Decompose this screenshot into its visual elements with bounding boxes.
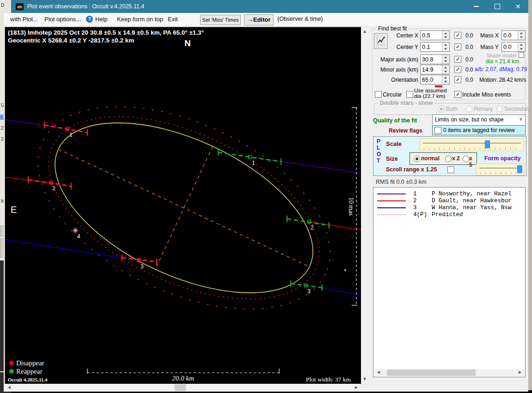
- close-button[interactable]: ✕: [508, 0, 528, 13]
- list-scroll-thumb[interactable]: [387, 369, 476, 376]
- scale-slider-ticks: [424, 148, 520, 150]
- scroll-thumb[interactable]: [175, 384, 186, 391]
- mass-x-input[interactable]: [502, 31, 519, 40]
- menu-plot-options[interactable]: Plot options...: [44, 16, 81, 23]
- observer-row[interactable]: 2 D Gault, near Hawkesbur: [373, 197, 525, 204]
- menubar: with Plot... Plot options... ? Help Keep…: [4, 13, 528, 27]
- plot-horizontal-scrollbar[interactable]: ◄ ►: [5, 384, 361, 392]
- menu-help[interactable]: Help: [95, 16, 108, 23]
- disappear-dot-icon: [9, 361, 14, 365]
- major-axis-label: Major axis (km): [378, 56, 418, 63]
- reappear-event-1[interactable]: [218, 149, 281, 165]
- observer-row[interactable]: 3 W Hanna, near Yass, Nsw: [373, 204, 525, 211]
- editor-button[interactable]: →Editor: [244, 14, 274, 25]
- double-stars-label: Double stars - show: [378, 100, 434, 106]
- center-x-input[interactable]: [421, 31, 443, 40]
- mass-x-label: Mass X: [477, 32, 499, 39]
- double-secondary-radio[interactable]: [496, 106, 503, 112]
- major-axis-input[interactable]: [421, 55, 443, 64]
- center-x-spinner[interactable]: [442, 31, 449, 40]
- scroll-range-checkbox[interactable]: [447, 166, 454, 173]
- center-y-checkbox[interactable]: ✓: [454, 43, 461, 50]
- observer-list[interactable]: 1 P Nosworthy, near Hazel 2 D Gault, nea…: [373, 187, 526, 377]
- titlebar[interactable]: Plot event observations : Occult v.4.202…: [11, 0, 528, 13]
- minimize-button[interactable]: [466, 0, 487, 13]
- version-credit: Occult 4.2025.11.4: [8, 377, 48, 382]
- size-normal-radio[interactable]: [414, 156, 420, 162]
- disappear-event-1[interactable]: [44, 122, 87, 136]
- shape-model-checkbox[interactable]: [519, 52, 524, 58]
- size-x5-radio[interactable]: [463, 156, 469, 162]
- disappear-event-2[interactable]: [28, 176, 71, 189]
- quality-dropdown[interactable]: Limits on size, but no shape ∨: [432, 115, 526, 126]
- scroll-range-label: Scroll range x 1.25: [386, 166, 437, 173]
- observer-name: W Hanna, near Yass, Nsw: [432, 205, 512, 211]
- use-assumed-checkbox[interactable]: [406, 91, 413, 98]
- mass-y-input[interactable]: [502, 42, 519, 51]
- menu-keep-on-top[interactable]: Keep form on top: [117, 16, 163, 23]
- plot-canvas[interactable]: (1813) Imhotep 2025 Oct 20 30.8 ±0.5 x 1…: [5, 27, 362, 384]
- orientation-input[interactable]: [421, 75, 443, 84]
- center-x-checkbox[interactable]: ✓: [454, 32, 461, 39]
- event-label: 2: [311, 224, 314, 231]
- form-opacity-slider[interactable]: [476, 163, 524, 175]
- include-miss-checkbox[interactable]: ✓: [454, 91, 461, 98]
- size-x2-radio[interactable]: [445, 156, 452, 162]
- shape-model-label: Shape model: [481, 53, 516, 58]
- mass-y-spinbox[interactable]: [501, 42, 526, 52]
- scale-slider-thumb[interactable]: [485, 140, 490, 148]
- mass-y-label: Mass Y: [477, 44, 499, 50]
- mass-x-spinner[interactable]: [518, 31, 525, 40]
- menu-exit[interactable]: Exit: [168, 16, 178, 23]
- diameter-readout: dia = 21.4 km: [481, 58, 524, 65]
- minor-axis-input[interactable]: [421, 65, 443, 74]
- use-assumed-line1: Use assumed: [414, 88, 446, 93]
- minor-axis-checkbox[interactable]: ✓: [454, 66, 461, 73]
- help-icon[interactable]: ?: [86, 16, 93, 23]
- observer-list-scrollbar[interactable]: ◄ ►: [374, 369, 525, 376]
- major-axis-line: [58, 149, 309, 266]
- center-y-input[interactable]: [421, 42, 443, 51]
- menu-with-plot[interactable]: with Plot...: [10, 16, 38, 23]
- orientation-spinbox[interactable]: [420, 75, 450, 85]
- list-scroll-right-arrow[interactable]: ►: [516, 369, 524, 376]
- major-axis-spinbox[interactable]: [420, 54, 450, 64]
- size-x2-label: x 2: [452, 155, 460, 162]
- review-flags-checkbox[interactable]: [434, 127, 441, 134]
- major-axis-spinner[interactable]: [442, 55, 449, 64]
- double-secondary-label: Secondary: [504, 106, 531, 112]
- form-opacity-ticks: [480, 172, 520, 174]
- scroll-up-arrow[interactable]: ▲: [361, 28, 368, 35]
- center-x-spinbox[interactable]: [420, 30, 450, 40]
- scroll-left-arrow[interactable]: ◄: [6, 384, 13, 391]
- minor-axis-label: Minor axis (km): [378, 67, 418, 73]
- minor-axis-line: [155, 146, 213, 269]
- scroll-down-arrow[interactable]: ▼: [361, 375, 368, 383]
- observer-time-label: {Observer & time}: [277, 16, 323, 22]
- observer-name: D Gault, near Hawkesbur: [432, 198, 512, 204]
- observer-row[interactable]: 1 P Nosworthy, near Hazel: [373, 190, 525, 197]
- orientation-checkbox[interactable]: ✓: [454, 76, 461, 83]
- observer-row[interactable]: 4(P) Predicted: [373, 211, 525, 218]
- event-label: 3: [141, 263, 144, 270]
- mass-y-spinner[interactable]: [518, 42, 525, 51]
- mass-x-spinbox[interactable]: [501, 30, 526, 40]
- orientation-spinner[interactable]: [442, 75, 449, 84]
- maximize-button[interactable]: [487, 0, 508, 13]
- reappear-event-2[interactable]: [287, 216, 329, 229]
- minor-axis-spinbox[interactable]: [420, 65, 450, 74]
- scale-slider[interactable]: [420, 139, 524, 151]
- major-axis-checkbox[interactable]: ✓: [454, 56, 461, 63]
- minor-axis-spinner[interactable]: [442, 65, 449, 74]
- double-both-radio[interactable]: [438, 106, 445, 112]
- set-miss-times-button[interactable]: Set 'Miss' Times: [200, 15, 241, 25]
- window-title: Plot event observations : Occult v.4.202…: [27, 3, 144, 10]
- list-scroll-left-arrow[interactable]: ◄: [375, 369, 382, 376]
- plot-vertical-scrollbar[interactable]: ▲ ▼: [361, 27, 368, 384]
- center-y-spinner[interactable]: [442, 42, 449, 51]
- circular-checkbox[interactable]: [375, 91, 382, 98]
- center-y-spinbox[interactable]: [420, 42, 450, 52]
- scroll-right-arrow[interactable]: ►: [353, 384, 360, 391]
- double-primary-radio[interactable]: [466, 106, 472, 112]
- disappear-event-3[interactable]: [122, 254, 157, 265]
